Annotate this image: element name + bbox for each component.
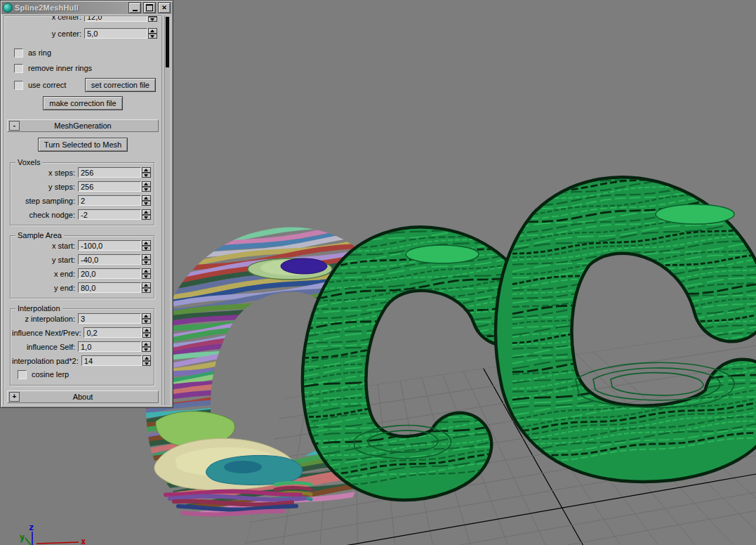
about-rollout-label: About xyxy=(8,393,158,401)
z-interpolation-label: z interpolation: xyxy=(12,315,78,323)
interpolation-pad-label: interpolation pad*2: xyxy=(12,357,81,365)
influence-self-spinner[interactable] xyxy=(142,341,151,352)
x-center-spinner[interactable] xyxy=(148,16,157,22)
dialog-titlebar[interactable]: Spline2MeshHull ✕ xyxy=(1,1,172,14)
influence-self-label: influence Self: xyxy=(12,343,78,351)
influence-self-field[interactable]: 1,0 xyxy=(78,341,141,352)
x-steps-field[interactable]: 256 xyxy=(78,167,141,178)
x-end-spinner[interactable] xyxy=(142,268,151,279)
x-center-label: x center: xyxy=(4,16,84,21)
y-steps-label: y steps: xyxy=(12,183,78,191)
x-steps-label: x steps: xyxy=(12,169,78,177)
minimize-button[interactable] xyxy=(128,2,141,13)
check-nodge-label: check nodge: xyxy=(12,211,78,219)
influence-next-prev-label: influence Next/Prev: xyxy=(12,329,84,337)
sample-area-group: Sample Area x start: -100,0 y start: -40… xyxy=(10,235,154,298)
y-steps-spinner[interactable] xyxy=(142,181,151,192)
influence-next-prev-field[interactable]: 0,2 xyxy=(84,327,142,338)
rollout-header-about[interactable]: About + xyxy=(7,390,159,403)
x-center-field[interactable]: 12,0 xyxy=(84,16,147,22)
step-sampling-label: step sampling: xyxy=(12,197,78,205)
rollout-panel: x center: 12,0 y center: 5,0 as ring rem… xyxy=(4,15,162,405)
voxels-group: Voxels x steps: 256 y steps: 256 step sa… xyxy=(10,162,154,225)
voxels-group-label: Voxels xyxy=(15,158,42,166)
x-end-field[interactable]: 20,0 xyxy=(78,268,141,279)
interpolation-pad-spinner[interactable] xyxy=(142,355,151,366)
as-ring-label: as ring xyxy=(23,48,51,57)
x-start-spinner[interactable] xyxy=(142,240,151,251)
y-center-spinner[interactable] xyxy=(148,28,157,39)
check-nodge-field[interactable]: -2 xyxy=(78,209,141,220)
y-end-spinner[interactable] xyxy=(142,282,151,293)
axis-y-label: y xyxy=(20,532,25,542)
y-start-spinner[interactable] xyxy=(142,254,151,265)
rollout-scrollbar[interactable] xyxy=(164,15,170,405)
minimize-icon xyxy=(133,10,138,11)
step-sampling-spinner[interactable] xyxy=(142,195,151,206)
axis-tripod: z y x xyxy=(20,523,86,545)
cosine-lerp-label: cosine lerp xyxy=(27,370,69,379)
interpolation-group: Interpolation z interpolation: 3 influen… xyxy=(10,308,154,386)
step-sampling-field[interactable]: 2 xyxy=(78,195,141,206)
x-start-label: x start: xyxy=(12,242,78,250)
rollout-header-meshgeneration[interactable]: MeshGeneration - xyxy=(7,119,159,132)
maximize-button[interactable] xyxy=(143,2,156,13)
app-icon xyxy=(3,3,13,13)
z-interpolation-field[interactable]: 3 xyxy=(78,313,141,324)
interpolation-pad-field[interactable]: 14 xyxy=(81,355,142,366)
x-steps-spinner[interactable] xyxy=(142,167,151,178)
y-start-field[interactable]: -40,0 xyxy=(78,254,141,265)
remove-inner-rings-checkbox[interactable] xyxy=(14,64,23,73)
make-correction-file-button[interactable]: make correction file xyxy=(43,96,122,110)
use-correct-checkbox[interactable] xyxy=(14,81,23,90)
y-end-label: y end: xyxy=(12,284,78,292)
check-nodge-spinner[interactable] xyxy=(142,209,151,220)
set-correction-file-button[interactable]: set correction file xyxy=(85,78,156,92)
close-button[interactable]: ✕ xyxy=(158,2,171,13)
influence-next-prev-spinner[interactable] xyxy=(142,327,151,338)
voxel-mesh-c-right[interactable] xyxy=(512,162,756,463)
axis-x-label: x xyxy=(81,537,86,545)
x-start-field[interactable]: -100,0 xyxy=(78,240,141,251)
y-center-label: y center: xyxy=(4,29,84,38)
x-end-label: x end: xyxy=(12,270,78,278)
axis-z-label: z xyxy=(29,523,34,532)
z-interpolation-spinner[interactable] xyxy=(142,313,151,324)
remove-inner-rings-label: remove inner rings xyxy=(23,64,92,72)
interpolation-group-label: Interpolation xyxy=(15,304,62,313)
y-steps-field[interactable]: 256 xyxy=(78,181,141,192)
cosine-lerp-checkbox[interactable] xyxy=(18,370,27,379)
y-start-label: y start: xyxy=(12,256,78,264)
turn-selected-to-mesh-button[interactable]: Turn Selected to Mesh xyxy=(38,138,128,152)
sample-area-group-label: Sample Area xyxy=(15,231,64,239)
spline2meshhull-dialog: Spline2MeshHull ✕ x center: 12,0 y cente… xyxy=(0,0,173,408)
clipped-row-wrap: x center: 12,0 xyxy=(4,16,161,25)
y-center-field[interactable]: 5,0 xyxy=(84,28,147,39)
meshgeneration-rollout-label: MeshGeneration xyxy=(8,122,158,130)
dialog-client-area: x center: 12,0 y center: 5,0 as ring rem… xyxy=(3,15,171,405)
maximize-icon xyxy=(146,4,153,11)
use-correct-label: use correct xyxy=(23,81,66,89)
y-end-field[interactable]: 80,0 xyxy=(78,282,141,293)
dialog-title: Spline2MeshHull xyxy=(15,4,126,12)
as-ring-checkbox[interactable] xyxy=(14,48,23,58)
rollout-scrollbar-thumb[interactable] xyxy=(166,17,169,67)
